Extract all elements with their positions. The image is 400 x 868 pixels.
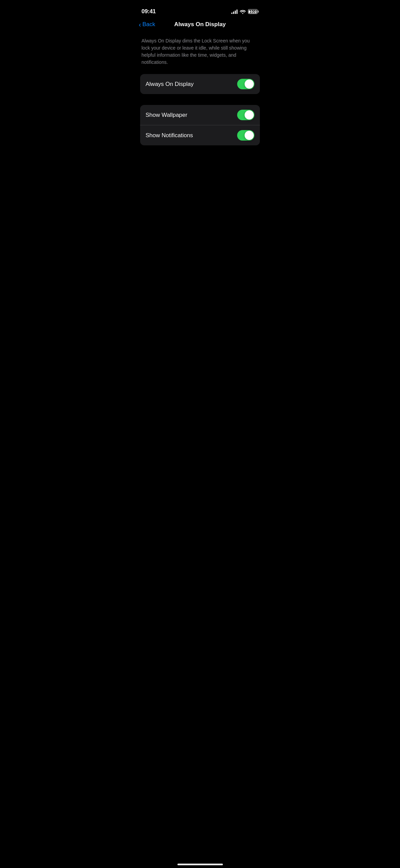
wifi-icon	[240, 10, 246, 14]
list-item: Show Notifications	[140, 125, 260, 145]
list-item: Show Wallpaper	[140, 105, 260, 125]
description-text: Always On Display dims the Lock Screen w…	[140, 37, 260, 66]
show-wallpaper-label: Show Wallpaper	[146, 112, 187, 119]
main-content: Always On Display dims the Lock Screen w…	[133, 32, 267, 145]
always-on-display-toggle[interactable]	[237, 79, 254, 89]
settings-group-options: Show Wallpaper Show Notifications	[140, 105, 260, 145]
signal-icon	[231, 10, 237, 14]
battery-icon: 100	[248, 9, 259, 14]
show-notifications-toggle[interactable]	[237, 130, 254, 141]
back-label: Back	[142, 21, 155, 28]
status-bar: 09:41 100	[133, 0, 267, 18]
status-icons: 100	[231, 9, 259, 14]
always-on-display-label: Always On Display	[146, 81, 194, 88]
toggle-knob	[245, 110, 254, 120]
toggle-knob	[245, 79, 254, 89]
status-time: 09:41	[141, 8, 156, 15]
show-notifications-label: Show Notifications	[146, 132, 193, 139]
show-wallpaper-toggle[interactable]	[237, 110, 254, 120]
toggle-knob	[245, 131, 254, 140]
navigation-bar: ‹ Back Always On Display	[133, 18, 267, 32]
back-button[interactable]: ‹ Back	[139, 21, 155, 28]
list-item: Always On Display	[140, 74, 260, 94]
settings-group-main: Always On Display	[140, 74, 260, 94]
back-chevron-icon: ‹	[139, 21, 141, 28]
